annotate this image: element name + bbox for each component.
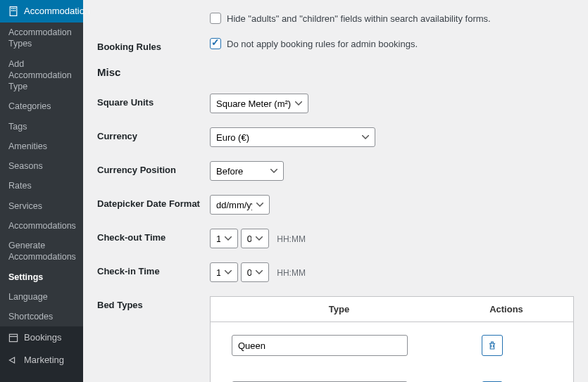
booking-rules-checkbox[interactable]: [210, 38, 221, 49]
checkout-hint: HH:MM: [277, 234, 306, 244]
bed-col-actions: Actions: [453, 304, 559, 314]
sidebar-item-accommodation[interactable]: Accommodation: [0, 0, 83, 23]
sidebar-sub-settings[interactable]: Settings: [0, 267, 83, 287]
booking-rules-label: Do not apply booking rules for admin boo…: [227, 39, 418, 49]
sidebar-sub-categories[interactable]: Categories: [0, 96, 83, 116]
sidebar-sub-rates[interactable]: Rates: [0, 176, 83, 196]
hide-fields-checkbox-row[interactable]: Hide "adults" and "children" fields with…: [210, 13, 574, 24]
bed-types-header: Type Actions: [211, 297, 573, 322]
datepicker-title: Datepicker Date Format: [97, 195, 210, 209]
booking-rules-checkbox-row[interactable]: Do not apply booking rules for admin boo…: [210, 38, 574, 49]
sidebar-item-label: Bookings: [24, 332, 61, 344]
sidebar-sub-language[interactable]: Language: [0, 287, 83, 307]
sidebar-item-bookings[interactable]: Bookings: [0, 326, 83, 349]
sidebar-sub-add-type[interactable]: Add Accommodation Type: [0, 54, 83, 97]
sidebar-item-label: Marketing: [24, 355, 64, 367]
svg-rect-6: [15, 10, 16, 11]
square-units-title: Square Units: [97, 94, 210, 108]
checkout-mm-select[interactable]: 00: [241, 229, 269, 248]
checkin-mm-select[interactable]: 00: [241, 262, 269, 282]
megaphone-icon: [7, 354, 20, 367]
currency-select[interactable]: Euro (€): [210, 127, 375, 147]
sidebar-sub-types[interactable]: Accommodation Types: [0, 23, 83, 54]
currency-title: Currency: [97, 127, 210, 141]
currency-position-title: Currency Position: [97, 161, 210, 175]
datepicker-select[interactable]: dd/mm/yyyy: [210, 195, 270, 215]
calendar-icon: [7, 331, 20, 344]
svg-rect-5: [13, 10, 14, 11]
blank-label: [97, 13, 210, 16]
checkin-hh-select[interactable]: 11: [210, 262, 238, 282]
currency-position-select[interactable]: Before: [210, 161, 284, 181]
bed-col-type: Type: [225, 304, 453, 314]
svg-rect-3: [15, 8, 16, 9]
checkin-title: Check-in Time: [97, 262, 210, 276]
booking-rules-title: Booking Rules: [97, 38, 210, 52]
sidebar-item-marketing[interactable]: Marketing: [0, 349, 83, 371]
sidebar-sub-services[interactable]: Services: [0, 196, 83, 216]
sidebar-sub-tags[interactable]: Tags: [0, 117, 83, 136]
sidebar-sub-amenities[interactable]: Amenities: [0, 136, 83, 156]
sidebar-sub-generate[interactable]: Generate Accommodations: [0, 236, 83, 267]
admin-sidebar: Accommodation Accommodation Types Add Ac…: [0, 0, 83, 382]
svg-rect-7: [9, 334, 17, 341]
bed-types-table: Type Actions: [210, 296, 574, 382]
sidebar-sub-seasons[interactable]: Seasons: [0, 156, 83, 176]
bed-types-title: Bed Types: [97, 296, 210, 310]
checkin-hint: HH:MM: [277, 268, 306, 278]
sidebar-submenu: Accommodation Types Add Accommodation Ty…: [0, 23, 83, 326]
sidebar-item-label: Accommodation: [24, 6, 89, 18]
svg-rect-1: [11, 8, 13, 9]
square-units-select[interactable]: Square Meter (m²): [210, 94, 308, 113]
bed-type-input[interactable]: [232, 335, 408, 356]
svg-rect-2: [13, 8, 14, 9]
trash-icon: [487, 340, 497, 350]
bed-row: [211, 322, 573, 369]
sidebar-item-elementor[interactable]: Elementor: [0, 377, 83, 382]
hide-fields-checkbox[interactable]: [210, 13, 221, 24]
checkout-title: Check-out Time: [97, 229, 210, 243]
sidebar-sub-shortcodes[interactable]: Shortcodes: [0, 307, 83, 326]
hide-fields-label: Hide "adults" and "children" fields with…: [227, 13, 491, 24]
building-icon: [7, 5, 20, 18]
bed-delete-button[interactable]: [482, 335, 503, 356]
misc-heading: Misc: [97, 66, 574, 78]
main-content: Hide "adults" and "children" fields with…: [83, 0, 588, 382]
checkout-hh-select[interactable]: 10: [210, 229, 238, 248]
sidebar-sub-accommodations[interactable]: Accommodations: [0, 216, 83, 236]
svg-rect-4: [11, 10, 13, 11]
bed-row: [211, 369, 573, 382]
